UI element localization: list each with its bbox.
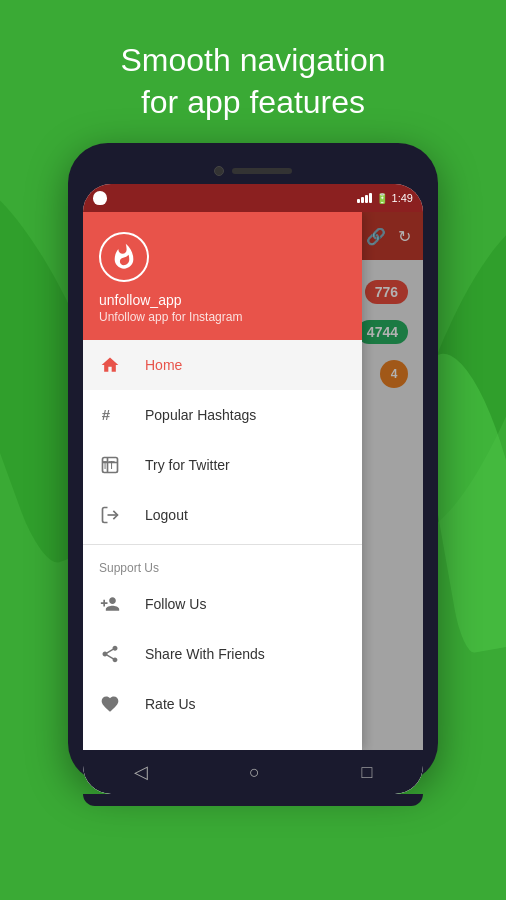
menu-share-label: Share With Friends [145,646,265,662]
speaker-grille [232,168,292,174]
share-icon [99,643,121,665]
phone-top-bar [83,158,423,184]
status-right: 🔋 1:49 [357,192,413,204]
back-button[interactable]: ◁ [134,761,148,783]
heart-icon [99,693,121,715]
menu-twitter-label: Try for Twitter [145,457,230,473]
drawer-header: unfollow_app Unfollow app for Instagram [83,212,362,340]
support-section-header: Support Us [83,549,362,579]
recent-apps-button[interactable]: □ [361,762,372,783]
home-button[interactable]: ○ [249,762,260,783]
battery-icon: 🔋 [376,193,388,204]
status-bar: 🔋 1:49 [83,184,423,212]
flame-icon [110,243,138,271]
drawer-panel: unfollow_app Unfollow app for Instagram [83,212,362,750]
hash-icon: # [99,404,121,426]
drawer-menu: Home # Popular Hashtags [83,340,362,750]
menu-divider [83,544,362,545]
logout-icon [99,504,121,526]
svg-text:#: # [102,406,111,423]
menu-item-logout[interactable]: Logout [83,490,362,540]
menu-follow-label: Follow Us [145,596,206,612]
app-subtitle-label: Unfollow app for Instagram [99,310,346,324]
menu-item-follow[interactable]: Follow Us [83,579,362,629]
menu-item-home[interactable]: Home [83,340,362,390]
signal-icon [357,193,372,203]
follow-icon [99,593,121,615]
app-name-label: unfollow_app [99,292,346,308]
header-title-line2: for app features [141,84,365,120]
menu-item-share[interactable]: Share With Friends [83,629,362,679]
phone-screen: 🔋 1:49 🔗 ↻ 776 4744 4 [83,184,423,794]
status-left [93,191,107,205]
menu-home-label: Home [145,357,182,373]
bottom-nav-bar: ◁ ○ □ [83,750,423,794]
menu-item-rate[interactable]: Rate Us [83,679,362,729]
home-icon [99,354,121,376]
drawer-overlay[interactable] [362,212,423,750]
phone-bottom-frame [83,794,423,806]
nav-drawer: unfollow_app Unfollow app for Instagram [83,212,423,750]
screen-content: 🔗 ↻ 776 4744 4 [83,212,423,750]
phone-frame: 🔋 1:49 🔗 ↻ 776 4744 4 [68,143,438,783]
menu-logout-label: Logout [145,507,188,523]
twitter-icon: TT [99,454,121,476]
menu-item-hashtags[interactable]: # Popular Hashtags [83,390,362,440]
menu-item-twitter[interactable]: TT Try for Twitter [83,440,362,490]
time-display: 1:49 [392,192,413,204]
svg-text:TT: TT [102,459,116,471]
menu-rate-label: Rate Us [145,696,196,712]
app-status-icon [93,191,107,205]
app-avatar [99,232,149,282]
header-title-line1: Smooth navigation [120,42,385,78]
menu-hashtags-label: Popular Hashtags [145,407,256,423]
camera-dot [214,166,224,176]
header-section: Smooth navigation for app features [100,0,405,143]
